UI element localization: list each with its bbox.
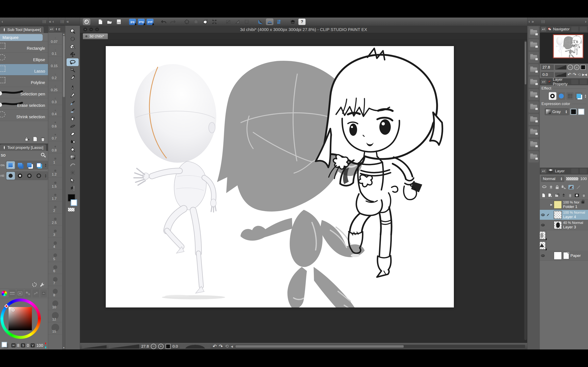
rotate-ccw-icon[interactable]: ↶ bbox=[213, 343, 217, 349]
undo-icon[interactable] bbox=[160, 18, 167, 25]
new-subtool-icon[interactable] bbox=[33, 137, 37, 142]
merge-down-icon[interactable] bbox=[568, 193, 572, 198]
expand-left-icon[interactable]: ‹ bbox=[528, 19, 530, 24]
subtool-list-item[interactable]: Lasso bbox=[0, 64, 48, 75]
gradient-tool-icon[interactable] bbox=[65, 153, 80, 161]
scroll-up-icon[interactable]: ▲ bbox=[63, 33, 65, 36]
rotate-cw-icon[interactable]: ↷ bbox=[219, 343, 223, 349]
size-cell[interactable]: 0.1 bbox=[48, 45, 62, 57]
layer-tab-icon-2[interactable] bbox=[580, 169, 587, 174]
color-swatch-pair[interactable] bbox=[2, 342, 10, 349]
subtool-list-item[interactable]: Erase selection bbox=[0, 98, 48, 110]
layer-thumbnail[interactable] bbox=[554, 252, 562, 260]
expression-black-swatch[interactable] bbox=[571, 109, 577, 115]
layer-thumbnail[interactable] bbox=[540, 231, 546, 239]
right-grip-icon[interactable]: ||| bbox=[541, 20, 545, 24]
intermediate-color-tab[interactable] bbox=[25, 290, 32, 297]
blend-tool-icon[interactable] bbox=[65, 138, 80, 146]
color-history-tab[interactable] bbox=[40, 290, 47, 297]
save-icon[interactable] bbox=[115, 18, 122, 25]
layer-row[interactable]: ▶ ✓ 40 % Normal Layer 3 bbox=[540, 220, 588, 230]
new-raster-layer-icon[interactable] bbox=[542, 193, 545, 198]
color-slider-tab[interactable] bbox=[9, 290, 16, 297]
subtool-list-item[interactable]: Rectangle bbox=[0, 41, 48, 53]
mode-new-selection-button[interactable] bbox=[6, 161, 15, 169]
export-psd-button[interactable]: psd bbox=[147, 19, 154, 25]
delete-layer-icon[interactable] bbox=[582, 193, 586, 198]
layer-row[interactable]: ▶ ✓ 100 % Normal Layer 4 bbox=[540, 210, 588, 220]
collapse-tools-icon[interactable]: « bbox=[67, 19, 69, 24]
color-wheel[interactable] bbox=[0, 298, 48, 341]
eraser-tool-icon[interactable] bbox=[65, 130, 80, 138]
move-layer-tool-icon[interactable] bbox=[65, 50, 80, 58]
layer-thumbnail[interactable] bbox=[554, 221, 562, 229]
navigator-zoom-slider[interactable] bbox=[555, 65, 566, 69]
lp-tab-icon-2[interactable] bbox=[580, 79, 587, 84]
disabled-snap-icon-1[interactable] bbox=[225, 18, 232, 25]
sub-color-swatch[interactable] bbox=[71, 200, 77, 206]
nav-rotate-cw-icon[interactable]: ↷ bbox=[572, 72, 576, 77]
size-cell[interactable]: 0.25 bbox=[48, 81, 62, 93]
size-cell[interactable]: 6 bbox=[48, 262, 62, 274]
brush-tool-icon[interactable] bbox=[65, 99, 80, 107]
effect-stepper[interactable]: ▲▼ bbox=[584, 94, 587, 98]
layer-visible-icon[interactable] bbox=[540, 224, 545, 226]
material-palette-button[interactable] bbox=[528, 76, 539, 88]
new-vector-layer-icon[interactable] bbox=[548, 193, 552, 198]
size-cell[interactable]: 3 bbox=[48, 226, 62, 238]
border-effect-button[interactable] bbox=[549, 92, 556, 100]
mode-select-from-selection-button[interactable] bbox=[35, 161, 43, 169]
canvas-document[interactable] bbox=[106, 46, 454, 308]
draft-layer-icon[interactable] bbox=[568, 185, 574, 189]
canvas-vertical-scrollbar[interactable] bbox=[524, 40, 527, 340]
rotate-view-tool-icon[interactable] bbox=[65, 35, 80, 43]
tone-effect-button[interactable] bbox=[558, 92, 565, 100]
size-cell[interactable]: 1.2 bbox=[48, 165, 62, 177]
airbrush-tool-icon[interactable] bbox=[65, 115, 80, 122]
subtool-panel-tab[interactable]: Sub Tool [Marquee] bbox=[0, 26, 44, 33]
material-palette-button[interactable] bbox=[528, 126, 539, 138]
aa-strong-button[interactable] bbox=[35, 172, 43, 180]
watercolor-tool-icon[interactable] bbox=[65, 107, 80, 115]
layer-thumbnail[interactable] bbox=[554, 201, 562, 209]
wrench-key-icon[interactable] bbox=[41, 152, 46, 158]
size-cell[interactable]: 0.4 bbox=[48, 105, 62, 117]
reselect-icon[interactable] bbox=[192, 18, 200, 25]
size-cell[interactable]: 1 bbox=[48, 153, 62, 165]
redo-icon[interactable] bbox=[169, 18, 177, 25]
navigator-rotate-slider[interactable] bbox=[555, 72, 566, 77]
snap-special-ruler-icon[interactable] bbox=[266, 18, 273, 25]
transfer-down-icon[interactable] bbox=[562, 193, 566, 198]
reset-defaults-icon[interactable] bbox=[32, 282, 37, 287]
disabled-snap-icon-2[interactable] bbox=[234, 18, 241, 25]
layer-row[interactable]: ▶ ✓ 100 % Nor Folder 1 bbox=[540, 200, 588, 210]
sv-cursor-icon[interactable] bbox=[11, 308, 15, 312]
material-download-icon[interactable] bbox=[289, 18, 296, 25]
size-cell[interactable]: 10 bbox=[48, 298, 62, 310]
register-material-icon[interactable] bbox=[24, 137, 30, 142]
size-cell[interactable]: 0.07 bbox=[48, 33, 62, 45]
nav-fit-icon[interactable] bbox=[581, 65, 586, 70]
mode-stepper[interactable]: ▲▼ bbox=[44, 163, 47, 167]
mode-subtract-selection-button[interactable] bbox=[25, 161, 34, 169]
layer-row[interactable]: ▶ ✓ 33 Grid bbox=[540, 230, 547, 240]
subtool-list-item[interactable]: Ellipse bbox=[0, 53, 48, 64]
size-cell[interactable]: 0.7 bbox=[48, 129, 62, 141]
invert-selection-icon[interactable] bbox=[201, 18, 209, 25]
material-palette-button[interactable] bbox=[528, 52, 539, 63]
figure-tool-icon[interactable] bbox=[65, 161, 80, 169]
object-tool-icon[interactable] bbox=[65, 43, 80, 50]
nav-zoom-in-icon[interactable]: + bbox=[574, 65, 579, 70]
item-bank-tab-icon[interactable] bbox=[580, 27, 587, 32]
material-palette-button[interactable] bbox=[528, 151, 539, 162]
aa-weak-button[interactable] bbox=[16, 172, 24, 180]
zoom-slider[interactable] bbox=[109, 344, 139, 349]
zoom-out-icon[interactable]: − bbox=[151, 344, 156, 349]
mini-color-wheel-icon[interactable] bbox=[45, 342, 46, 349]
nav-rotate-ccw-icon[interactable]: ↶ bbox=[568, 72, 571, 77]
aa-none-button[interactable] bbox=[6, 172, 15, 180]
export-png-button[interactable]: png bbox=[138, 19, 145, 25]
size-cell[interactable]: 8 bbox=[48, 286, 62, 298]
material-palette-button[interactable] bbox=[528, 101, 539, 113]
transform-icon[interactable] bbox=[211, 18, 218, 25]
